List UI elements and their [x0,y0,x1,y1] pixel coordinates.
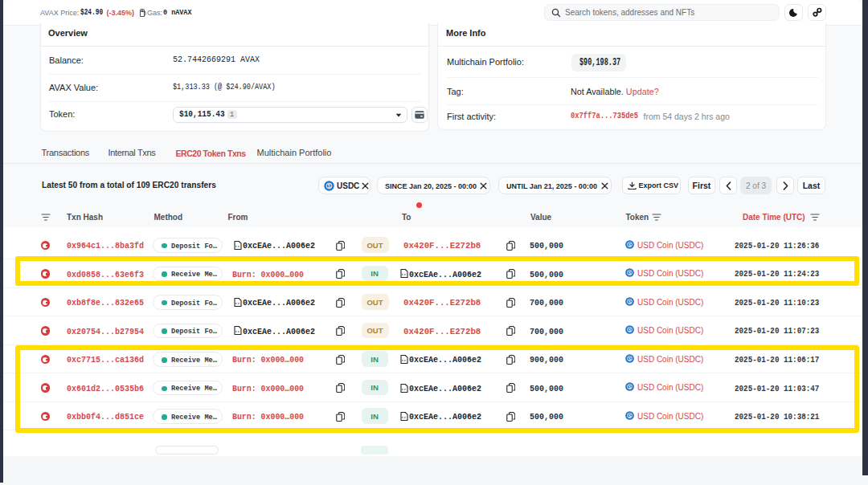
svg-text:$: $ [327,182,330,188]
